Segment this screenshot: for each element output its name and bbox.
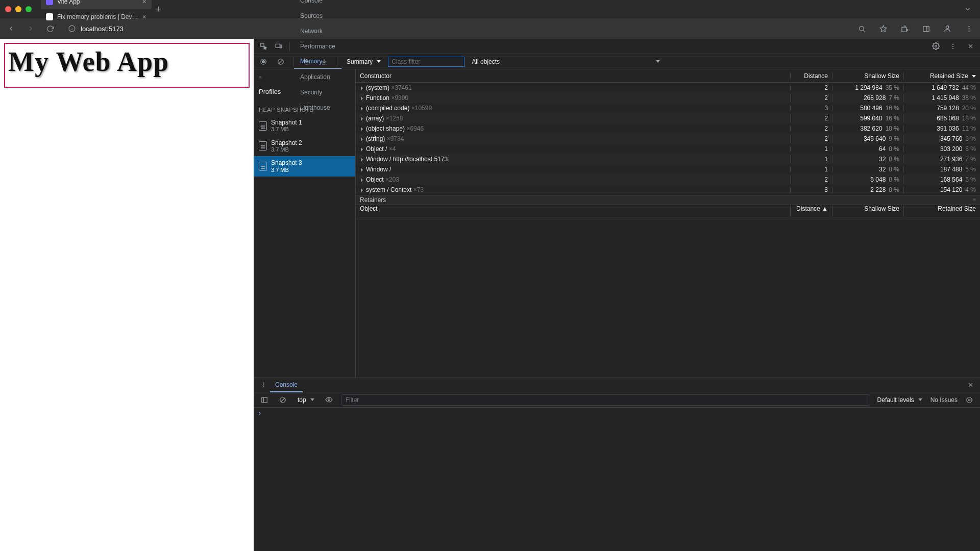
retainers-header[interactable]: Retainers ≡: [356, 195, 980, 205]
expand-icon[interactable]: [361, 107, 363, 111]
forward-button[interactable]: [23, 21, 38, 36]
drawer-more-icon[interactable]: [257, 379, 270, 392]
tab-overflow-icon[interactable]: [961, 2, 975, 16]
menu-icon[interactable]: [962, 21, 976, 36]
retained-size: 154 120: [940, 186, 962, 193]
profile-icon[interactable]: [940, 21, 954, 36]
issues-label[interactable]: No Issues: [930, 396, 958, 404]
record-heap-icon[interactable]: [257, 55, 270, 68]
browser-tab[interactable]: Vite App×: [41, 0, 152, 9]
devtools-tab-console[interactable]: Console: [294, 0, 341, 8]
heap-row[interactable]: (system) ×3746121 294 98435 %1 649 73244…: [356, 83, 980, 93]
retained-pct: 38 %: [962, 94, 976, 102]
expand-icon[interactable]: [361, 137, 363, 141]
distance-value: 2: [790, 94, 832, 102]
site-info-icon[interactable]: [68, 25, 76, 32]
devtools-more-icon[interactable]: [946, 40, 960, 53]
back-button[interactable]: [4, 21, 18, 36]
expand-icon[interactable]: [361, 127, 363, 131]
snapshot-item[interactable]: Snapshot 13.7 MB: [254, 116, 355, 136]
ret-col-object[interactable]: Object: [356, 205, 790, 217]
console-body[interactable]: ›: [254, 408, 980, 551]
heap-row[interactable]: Window / http://localhost:5173 1320 %271…: [356, 154, 980, 164]
drag-handle-icon[interactable]: ≡: [973, 197, 977, 203]
extensions-icon[interactable]: [897, 21, 912, 36]
live-expression-icon[interactable]: [323, 393, 336, 407]
ret-col-shallow[interactable]: Shallow Size: [832, 205, 903, 217]
svg-rect-13: [260, 43, 263, 46]
heap-row[interactable]: (compiled code) ×105993580 49616 %759 12…: [356, 103, 980, 113]
device-toolbar-icon[interactable]: [272, 40, 285, 53]
heap-row[interactable]: (string) ×97342345 6409 %345 7609 %: [356, 134, 980, 144]
expand-icon[interactable]: [361, 168, 363, 172]
devtools-close-icon[interactable]: [964, 40, 977, 53]
devtools-tab-performance[interactable]: Performance: [294, 39, 341, 54]
zoom-window-icon[interactable]: [26, 6, 32, 12]
sidepanel-icon[interactable]: [919, 21, 933, 36]
expand-icon[interactable]: [361, 96, 363, 101]
drawer-tab-console[interactable]: Console: [270, 378, 303, 392]
class-filter-input[interactable]: [388, 57, 464, 67]
devtools-tab-sources[interactable]: Sources: [294, 8, 341, 23]
svg-point-18: [952, 45, 953, 46]
heap-row[interactable]: system / Context ×7332 2280 %154 1204 %: [356, 185, 980, 195]
save-profile-icon[interactable]: [317, 55, 331, 68]
inspect-element-icon[interactable]: [257, 40, 270, 53]
profiles-sidebar: Profiles HEAP SNAPSHOTS Snapshot 13.7 MB…: [254, 69, 356, 378]
close-window-icon[interactable]: [5, 6, 11, 12]
console-settings-icon[interactable]: [963, 393, 976, 407]
heap-row[interactable]: Object / ×41640 %303 2008 %: [356, 144, 980, 154]
context-select[interactable]: top: [295, 396, 317, 404]
load-profile-icon[interactable]: [300, 55, 313, 68]
heap-row[interactable]: (array) ×12582599 04016 %685 06818 %: [356, 113, 980, 123]
col-constructor[interactable]: Constructor: [356, 72, 790, 80]
snapshot-item[interactable]: Snapshot 33.7 MB: [254, 156, 355, 177]
bookmark-icon[interactable]: [876, 21, 890, 36]
expand-icon[interactable]: [361, 86, 363, 90]
col-shallow[interactable]: Shallow Size: [832, 72, 903, 80]
close-tab-icon[interactable]: ×: [142, 0, 146, 6]
expand-icon[interactable]: [361, 158, 363, 162]
retained-pct: 18 %: [962, 115, 976, 122]
zoom-icon[interactable]: [854, 21, 869, 36]
heap-row[interactable]: Function ×93902268 9287 %1 415 94838 %: [356, 93, 980, 103]
devtools-tab-network[interactable]: Network: [294, 23, 341, 39]
col-distance[interactable]: Distance: [790, 72, 832, 80]
expand-icon[interactable]: [361, 117, 363, 121]
reload-button[interactable]: [43, 21, 57, 36]
retained-size: 391 036: [937, 125, 959, 132]
close-tab-icon[interactable]: ×: [142, 13, 146, 21]
collect-garbage-icon[interactable]: [254, 71, 267, 85]
expand-icon[interactable]: [361, 178, 363, 182]
objects-filter-select[interactable]: All objects: [469, 58, 503, 65]
heap-table-body: (system) ×3746121 294 98435 %1 649 73244…: [356, 83, 980, 195]
dropdown-icon[interactable]: [656, 60, 660, 63]
devtools-settings-icon[interactable]: [929, 40, 942, 53]
console-filter-input[interactable]: [341, 394, 869, 406]
expand-icon[interactable]: [361, 147, 363, 152]
new-tab-button[interactable]: +: [152, 4, 166, 15]
col-retained[interactable]: Retained Size: [903, 72, 980, 80]
constructor-name: Object: [366, 176, 384, 183]
svg-point-11: [968, 28, 969, 29]
drawer-close-icon[interactable]: [964, 382, 977, 388]
clear-profiles-icon[interactable]: [274, 55, 287, 68]
heap-row[interactable]: Object ×20325 0480 %168 5645 %: [356, 174, 980, 185]
ret-col-distance[interactable]: Distance ▲: [790, 205, 832, 217]
clear-console-icon[interactable]: [276, 393, 289, 407]
view-select[interactable]: Summary: [344, 58, 384, 65]
shallow-pct: 35 %: [886, 84, 899, 91]
minimize-window-icon[interactable]: [15, 6, 21, 12]
console-drawer: Console top Default levels No Issues ›: [254, 378, 980, 551]
expand-icon[interactable]: [361, 188, 363, 192]
retained-pct: 20 %: [962, 105, 976, 112]
retained-pct: 9 %: [965, 135, 976, 142]
console-sidebar-icon[interactable]: [258, 393, 271, 407]
snapshot-item[interactable]: Snapshot 23.7 MB: [254, 136, 355, 157]
heap-row[interactable]: Window / 1320 %187 4885 %: [356, 164, 980, 174]
address-bar[interactable]: localhost:5173: [62, 21, 130, 36]
ret-col-retained[interactable]: Retained Size: [903, 205, 980, 217]
log-levels-select[interactable]: Default levels: [874, 396, 925, 404]
heap-row[interactable]: (object shape) ×69462382 62010 %391 0361…: [356, 123, 980, 134]
snapshot-name: Snapshot 3: [271, 159, 302, 166]
